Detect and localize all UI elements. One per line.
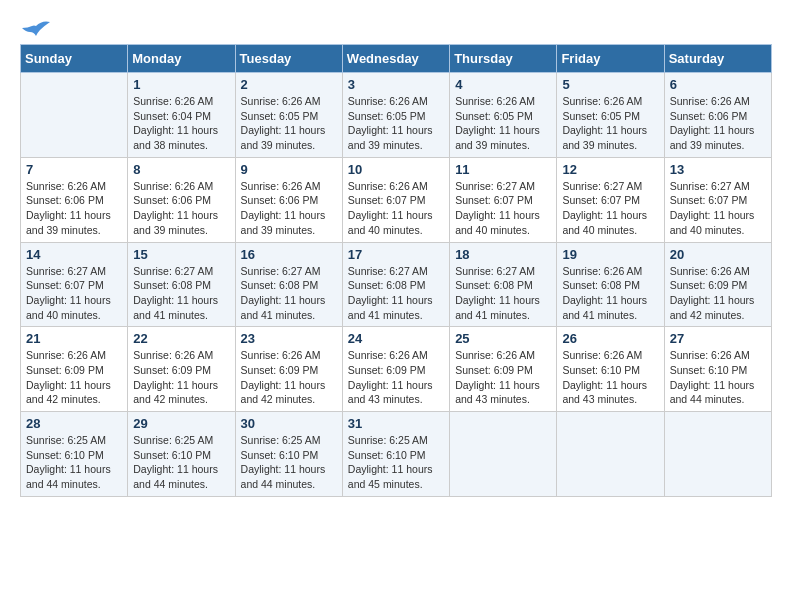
day-info: Sunrise: 6:25 AMSunset: 6:10 PMDaylight:… (133, 433, 229, 492)
day-info: Sunrise: 6:26 AMSunset: 6:06 PMDaylight:… (670, 94, 766, 153)
calendar-cell: 7Sunrise: 6:26 AMSunset: 6:06 PMDaylight… (21, 157, 128, 242)
day-of-week-header: Sunday (21, 45, 128, 73)
calendar-week-row: 28Sunrise: 6:25 AMSunset: 6:10 PMDayligh… (21, 412, 772, 497)
day-number: 13 (670, 162, 766, 177)
day-info: Sunrise: 6:26 AMSunset: 6:09 PMDaylight:… (348, 348, 444, 407)
day-of-week-header: Monday (128, 45, 235, 73)
day-info: Sunrise: 6:27 AMSunset: 6:07 PMDaylight:… (455, 179, 551, 238)
day-number: 17 (348, 247, 444, 262)
day-number: 6 (670, 77, 766, 92)
day-number: 21 (26, 331, 122, 346)
day-number: 31 (348, 416, 444, 431)
day-of-week-header: Friday (557, 45, 664, 73)
day-number: 22 (133, 331, 229, 346)
calendar-cell (450, 412, 557, 497)
day-info: Sunrise: 6:26 AMSunset: 6:09 PMDaylight:… (670, 264, 766, 323)
calendar-cell: 16Sunrise: 6:27 AMSunset: 6:08 PMDayligh… (235, 242, 342, 327)
day-info: Sunrise: 6:26 AMSunset: 6:06 PMDaylight:… (26, 179, 122, 238)
day-of-week-header: Saturday (664, 45, 771, 73)
day-number: 23 (241, 331, 337, 346)
day-info: Sunrise: 6:26 AMSunset: 6:10 PMDaylight:… (670, 348, 766, 407)
calendar-week-row: 14Sunrise: 6:27 AMSunset: 6:07 PMDayligh… (21, 242, 772, 327)
day-info: Sunrise: 6:27 AMSunset: 6:08 PMDaylight:… (348, 264, 444, 323)
day-number: 18 (455, 247, 551, 262)
calendar-week-row: 21Sunrise: 6:26 AMSunset: 6:09 PMDayligh… (21, 327, 772, 412)
calendar-body: 1Sunrise: 6:26 AMSunset: 6:04 PMDaylight… (21, 73, 772, 497)
day-info: Sunrise: 6:26 AMSunset: 6:05 PMDaylight:… (241, 94, 337, 153)
day-number: 19 (562, 247, 658, 262)
day-info: Sunrise: 6:26 AMSunset: 6:05 PMDaylight:… (348, 94, 444, 153)
calendar-cell: 18Sunrise: 6:27 AMSunset: 6:08 PMDayligh… (450, 242, 557, 327)
calendar-cell: 22Sunrise: 6:26 AMSunset: 6:09 PMDayligh… (128, 327, 235, 412)
day-number: 24 (348, 331, 444, 346)
calendar-cell: 4Sunrise: 6:26 AMSunset: 6:05 PMDaylight… (450, 73, 557, 158)
calendar-cell: 31Sunrise: 6:25 AMSunset: 6:10 PMDayligh… (342, 412, 449, 497)
calendar-cell: 24Sunrise: 6:26 AMSunset: 6:09 PMDayligh… (342, 327, 449, 412)
calendar-cell: 29Sunrise: 6:25 AMSunset: 6:10 PMDayligh… (128, 412, 235, 497)
day-info: Sunrise: 6:26 AMSunset: 6:09 PMDaylight:… (133, 348, 229, 407)
day-info: Sunrise: 6:27 AMSunset: 6:07 PMDaylight:… (26, 264, 122, 323)
calendar-week-row: 1Sunrise: 6:26 AMSunset: 6:04 PMDaylight… (21, 73, 772, 158)
day-info: Sunrise: 6:26 AMSunset: 6:05 PMDaylight:… (455, 94, 551, 153)
day-number: 16 (241, 247, 337, 262)
day-number: 20 (670, 247, 766, 262)
calendar-cell: 1Sunrise: 6:26 AMSunset: 6:04 PMDaylight… (128, 73, 235, 158)
calendar-table: SundayMondayTuesdayWednesdayThursdayFrid… (20, 44, 772, 497)
day-number: 14 (26, 247, 122, 262)
calendar-cell: 2Sunrise: 6:26 AMSunset: 6:05 PMDaylight… (235, 73, 342, 158)
day-number: 2 (241, 77, 337, 92)
calendar-header-row: SundayMondayTuesdayWednesdayThursdayFrid… (21, 45, 772, 73)
logo-bird-icon (22, 18, 50, 40)
day-info: Sunrise: 6:26 AMSunset: 6:06 PMDaylight:… (241, 179, 337, 238)
day-number: 4 (455, 77, 551, 92)
day-info: Sunrise: 6:26 AMSunset: 6:07 PMDaylight:… (348, 179, 444, 238)
day-of-week-header: Wednesday (342, 45, 449, 73)
calendar-cell (21, 73, 128, 158)
calendar-cell: 25Sunrise: 6:26 AMSunset: 6:09 PMDayligh… (450, 327, 557, 412)
calendar-cell: 27Sunrise: 6:26 AMSunset: 6:10 PMDayligh… (664, 327, 771, 412)
calendar-cell: 13Sunrise: 6:27 AMSunset: 6:07 PMDayligh… (664, 157, 771, 242)
day-info: Sunrise: 6:27 AMSunset: 6:08 PMDaylight:… (133, 264, 229, 323)
calendar-cell: 20Sunrise: 6:26 AMSunset: 6:09 PMDayligh… (664, 242, 771, 327)
calendar-cell: 17Sunrise: 6:27 AMSunset: 6:08 PMDayligh… (342, 242, 449, 327)
calendar-cell: 9Sunrise: 6:26 AMSunset: 6:06 PMDaylight… (235, 157, 342, 242)
day-info: Sunrise: 6:26 AMSunset: 6:04 PMDaylight:… (133, 94, 229, 153)
day-number: 1 (133, 77, 229, 92)
day-number: 12 (562, 162, 658, 177)
day-info: Sunrise: 6:26 AMSunset: 6:09 PMDaylight:… (241, 348, 337, 407)
day-info: Sunrise: 6:27 AMSunset: 6:07 PMDaylight:… (670, 179, 766, 238)
day-info: Sunrise: 6:25 AMSunset: 6:10 PMDaylight:… (348, 433, 444, 492)
calendar-cell: 6Sunrise: 6:26 AMSunset: 6:06 PMDaylight… (664, 73, 771, 158)
calendar-cell: 12Sunrise: 6:27 AMSunset: 6:07 PMDayligh… (557, 157, 664, 242)
day-number: 15 (133, 247, 229, 262)
day-info: Sunrise: 6:25 AMSunset: 6:10 PMDaylight:… (241, 433, 337, 492)
calendar-cell (664, 412, 771, 497)
day-number: 10 (348, 162, 444, 177)
day-info: Sunrise: 6:26 AMSunset: 6:09 PMDaylight:… (26, 348, 122, 407)
day-number: 29 (133, 416, 229, 431)
day-number: 25 (455, 331, 551, 346)
calendar-cell: 5Sunrise: 6:26 AMSunset: 6:05 PMDaylight… (557, 73, 664, 158)
day-of-week-header: Thursday (450, 45, 557, 73)
day-info: Sunrise: 6:26 AMSunset: 6:08 PMDaylight:… (562, 264, 658, 323)
calendar-cell: 14Sunrise: 6:27 AMSunset: 6:07 PMDayligh… (21, 242, 128, 327)
calendar-cell: 10Sunrise: 6:26 AMSunset: 6:07 PMDayligh… (342, 157, 449, 242)
calendar-week-row: 7Sunrise: 6:26 AMSunset: 6:06 PMDaylight… (21, 157, 772, 242)
logo (20, 20, 50, 34)
calendar-cell: 15Sunrise: 6:27 AMSunset: 6:08 PMDayligh… (128, 242, 235, 327)
day-info: Sunrise: 6:27 AMSunset: 6:08 PMDaylight:… (241, 264, 337, 323)
day-info: Sunrise: 6:27 AMSunset: 6:08 PMDaylight:… (455, 264, 551, 323)
day-info: Sunrise: 6:27 AMSunset: 6:07 PMDaylight:… (562, 179, 658, 238)
calendar-cell: 26Sunrise: 6:26 AMSunset: 6:10 PMDayligh… (557, 327, 664, 412)
day-number: 5 (562, 77, 658, 92)
day-info: Sunrise: 6:25 AMSunset: 6:10 PMDaylight:… (26, 433, 122, 492)
day-info: Sunrise: 6:26 AMSunset: 6:10 PMDaylight:… (562, 348, 658, 407)
day-info: Sunrise: 6:26 AMSunset: 6:09 PMDaylight:… (455, 348, 551, 407)
calendar-cell (557, 412, 664, 497)
calendar-cell: 28Sunrise: 6:25 AMSunset: 6:10 PMDayligh… (21, 412, 128, 497)
day-info: Sunrise: 6:26 AMSunset: 6:05 PMDaylight:… (562, 94, 658, 153)
calendar-cell: 11Sunrise: 6:27 AMSunset: 6:07 PMDayligh… (450, 157, 557, 242)
day-number: 30 (241, 416, 337, 431)
page-header (20, 20, 772, 34)
calendar-cell: 19Sunrise: 6:26 AMSunset: 6:08 PMDayligh… (557, 242, 664, 327)
